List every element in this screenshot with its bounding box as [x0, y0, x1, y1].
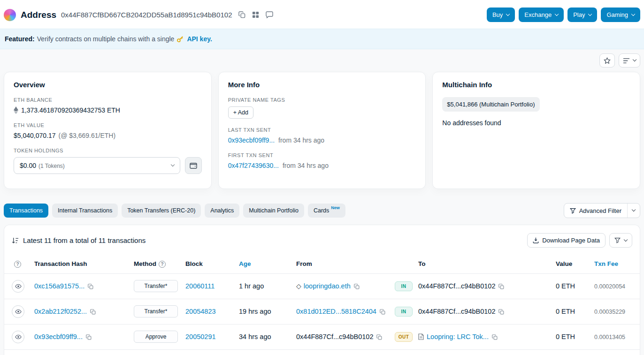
featured-text: Verify contracts on multiple chains with…	[37, 35, 175, 43]
advanced-filter-main[interactable]: Advanced Filter	[564, 204, 627, 218]
multichain-info-card: Multichain Info $5,041,866 (Multichain P…	[432, 72, 640, 189]
table-row: 0x2ab212f0252... Transfer* 20054823 19 h…	[4, 299, 640, 324]
first-txn-hash-link[interactable]: 0x47f27439630...	[228, 162, 279, 169]
tab-transactions[interactable]: Transactions	[4, 204, 48, 218]
download-icon	[533, 237, 539, 243]
advanced-filter-dropdown[interactable]	[627, 204, 640, 218]
copy-icon[interactable]	[376, 334, 382, 340]
add-name-tag-button[interactable]: + Add	[228, 106, 253, 119]
table-row: 0x93ecbf09ff9... Approve 20050291 34 hrs…	[4, 324, 640, 349]
age-text: 1 hr ago	[239, 282, 264, 290]
chevron-down-icon	[633, 58, 636, 61]
tab-multichain-portfolio[interactable]: Multichain Portfolio	[243, 204, 304, 218]
from-address[interactable]: 0x81d012ED...5818C2404	[296, 308, 376, 315]
col-direction	[391, 256, 414, 273]
wallet-button[interactable]	[185, 157, 202, 174]
to-address[interactable]: 0x44F887Cf...c94bB0102	[418, 308, 495, 315]
chevron-down-icon	[555, 12, 559, 15]
txn-value: 0 ETH	[556, 333, 575, 340]
to-address[interactable]: Loopring: LRC Tok...	[427, 333, 489, 340]
last-txn-sent-label: LAST TXN SENT	[228, 127, 416, 133]
help-icon[interactable]: ?	[14, 261, 21, 268]
direction-badge: IN	[395, 307, 413, 317]
multichain-portfolio-badge[interactable]: $5,041,866 (Multichain Portfolio)	[442, 97, 539, 112]
play-button[interactable]: Play	[567, 8, 597, 22]
col-txn-fee[interactable]: Txn Fee	[590, 256, 640, 273]
ens-icon: ◇	[296, 282, 301, 290]
direction-badge: IN	[395, 281, 413, 291]
transactions-card: Latest 11 from a total of 11 transaction…	[4, 225, 640, 355]
chevron-down-icon	[631, 12, 635, 15]
tab-token-transfers[interactable]: Token Transfers (ERC-20)	[122, 204, 201, 218]
txn-hash-link[interactable]: 0x2ab212f0252...	[34, 308, 87, 315]
txn-fee: 0.00035229	[594, 309, 625, 315]
comment-icon[interactable]	[266, 11, 273, 18]
from-address[interactable]: loopringdao.eth	[304, 282, 351, 290]
copy-icon[interactable]	[380, 309, 385, 315]
col-value: Value	[552, 256, 590, 273]
favorite-star-button[interactable]	[599, 53, 615, 68]
txn-value: 0 ETH	[556, 282, 575, 290]
copy-icon[interactable]	[498, 309, 504, 315]
address-header: Address 0x44F887CfBD667CB2042DD55aB1d895…	[0, 0, 644, 29]
chevron-down-icon	[588, 12, 592, 15]
eye-icon[interactable]	[12, 280, 24, 293]
tab-cards[interactable]: CardsNew	[308, 204, 345, 218]
overview-card: Overview ETH BALANCE 1,373.4618709203694…	[4, 72, 212, 189]
copy-icon[interactable]	[86, 334, 92, 340]
page-title: Address	[21, 10, 56, 20]
exchange-button[interactable]: Exchange	[519, 8, 564, 22]
block-link[interactable]: 20054823	[185, 308, 216, 315]
contract-icon	[418, 333, 424, 340]
view-toggle-button[interactable]	[619, 53, 640, 68]
key-icon	[176, 36, 184, 43]
eth-value: $5,040,070.17	[14, 132, 56, 139]
help-icon[interactable]: ?	[159, 261, 166, 268]
eye-icon[interactable]	[12, 305, 24, 318]
buy-button[interactable]: Buy	[487, 8, 515, 22]
gaming-button[interactable]: Gaming	[601, 8, 640, 22]
col-block: Block	[182, 256, 235, 273]
table-row: 0x216f361c7e2... Approve 20050282 34 hrs…	[4, 349, 640, 355]
table-row: 0xc156a91575... Transfer* 20060111 1 hr …	[4, 273, 640, 299]
more-info-card: More Info PRIVATE NAME TAGS + Add LAST T…	[218, 72, 426, 189]
block-link[interactable]: 20060111	[185, 282, 215, 290]
table-filter-button[interactable]	[609, 233, 632, 248]
txn-fee: 0.00020054	[594, 283, 625, 290]
eth-balance-value: 1,373.461870920369432753 ETH	[21, 106, 120, 114]
copy-icon[interactable]	[498, 284, 504, 289]
download-page-data-button[interactable]: Download Page Data	[527, 233, 606, 248]
copy-icon[interactable]	[88, 284, 93, 289]
qr-grid-icon[interactable]	[252, 11, 259, 18]
token-holdings-count: (1 Tokens)	[38, 163, 65, 169]
block-link[interactable]: 20050291	[185, 333, 216, 340]
api-key-link[interactable]: API key.	[187, 35, 212, 43]
txn-hash-link[interactable]: 0xc156a91575...	[34, 282, 84, 290]
eth-icon	[14, 106, 18, 114]
tab-bar: Transactions Internal Transactions Token…	[4, 204, 345, 218]
multichain-empty-text: No addresses found	[442, 119, 630, 127]
sort-icon	[12, 237, 19, 244]
last-txn-hash-link[interactable]: 0x93ecbf09ff9...	[228, 136, 275, 144]
chevron-down-icon	[170, 163, 174, 166]
tab-analytics[interactable]: Analytics	[205, 204, 239, 218]
token-holdings-select[interactable]: $0.00 (1 Tokens)	[14, 157, 180, 174]
tab-internal-transactions[interactable]: Internal Transactions	[52, 204, 118, 218]
eye-icon[interactable]	[12, 331, 24, 343]
copy-icon[interactable]	[354, 284, 360, 289]
address-value: 0x44F887CfBD667CB2042DD55aB1d8951c94bB01…	[61, 11, 232, 19]
from-address[interactable]: 0x44F887Cf...c94bB0102	[296, 333, 373, 340]
txn-hash-link[interactable]: 0x93ecbf09ff9...	[34, 333, 83, 340]
copy-icon[interactable]	[90, 309, 96, 315]
txn-value: 0 ETH	[556, 308, 575, 315]
col-from: From	[292, 256, 391, 273]
multichain-title: Multichain Info	[442, 81, 630, 89]
last-txn-time: from 34 hrs ago	[278, 136, 324, 144]
to-address[interactable]: 0x44F887Cf...c94bB0102	[418, 282, 495, 290]
eth-value-rate: (@ $3,669.61/ETH)	[59, 132, 116, 139]
first-txn-time: from 34 hrs ago	[283, 162, 329, 169]
copy-address-icon[interactable]	[238, 11, 245, 18]
col-age[interactable]: Age	[235, 256, 292, 273]
col-method: Method?	[130, 256, 182, 273]
copy-icon[interactable]	[492, 334, 498, 340]
